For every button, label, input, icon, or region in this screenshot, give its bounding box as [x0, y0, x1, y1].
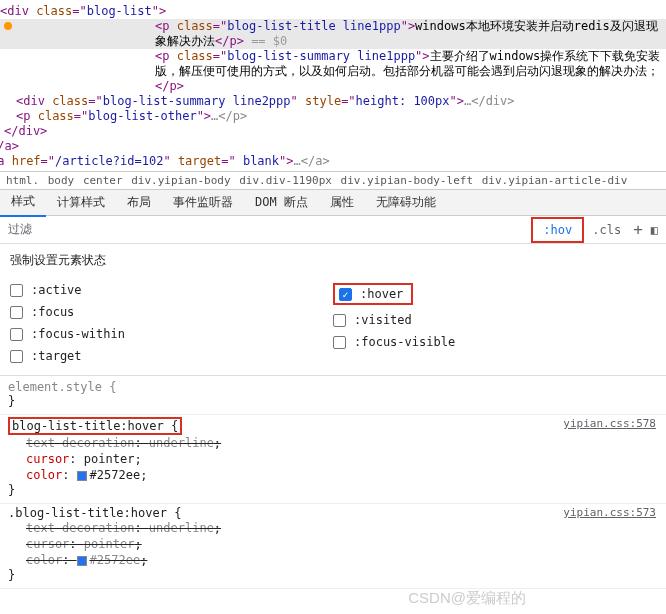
state-hover[interactable]: ✓:hover	[333, 279, 656, 309]
css-prop[interactable]: cursor: pointer;	[8, 451, 658, 467]
dom-node[interactable]: ▶<div class="blog-list-summary line2ppp"…	[0, 94, 666, 109]
checkbox-icon[interactable]	[333, 314, 346, 327]
dom-node[interactable]: ▶<p class="blog-list-other">…</p>	[0, 109, 666, 124]
styles-tabs: 样式 计算样式 布局 事件监听器 DOM 断点 属性 无障碍功能	[0, 189, 666, 216]
css-rule[interactable]: yipian.css:578 blog-list-title:hover { t…	[0, 415, 666, 504]
filter-bar: 过滤 :hov .cls + ◧	[0, 216, 666, 244]
tab-event-listeners[interactable]: 事件监听器	[162, 189, 244, 216]
state-focus-visible[interactable]: :focus-visible	[333, 331, 656, 353]
hov-toggle[interactable]: :hov	[531, 217, 584, 243]
tab-computed[interactable]: 计算样式	[46, 189, 116, 216]
crumb[interactable]: body	[48, 174, 75, 187]
dom-node-selected[interactable]: <p class="blog-list-title line1ppp">wind…	[0, 19, 666, 49]
state-focus[interactable]: :focus	[10, 301, 333, 323]
checkbox-icon[interactable]	[10, 328, 23, 341]
tab-properties[interactable]: 属性	[319, 189, 365, 216]
css-prop-overridden[interactable]: cursor: pointer;	[8, 536, 658, 552]
css-prop-overridden[interactable]: text-decoration: underline;	[8, 520, 658, 536]
expand-icon[interactable]: ▶	[4, 94, 16, 109]
crumb[interactable]: div.yipian-body-left	[341, 174, 473, 187]
css-rule[interactable]: yipian.css:573 .blog-list-title:hover { …	[0, 504, 666, 589]
tab-layout[interactable]: 布局	[116, 189, 162, 216]
breadcrumb[interactable]: html. body center div.yipian-body div.di…	[0, 171, 666, 189]
highlighted-selector[interactable]: blog-list-title:hover {	[8, 417, 182, 435]
dom-node[interactable]: ▶<a href="/article?id=102" target=" blan…	[0, 154, 666, 169]
tab-styles[interactable]: 样式	[0, 188, 46, 217]
css-prop[interactable]: text-decoration: underline;	[8, 435, 658, 451]
checkbox-icon[interactable]	[10, 284, 23, 297]
toggle-sidebar-icon[interactable]: ◧	[649, 223, 666, 237]
color-swatch-icon[interactable]	[77, 556, 87, 566]
cls-toggle[interactable]: .cls	[586, 223, 627, 237]
color-swatch-icon[interactable]	[77, 471, 87, 481]
checkbox-icon[interactable]	[10, 306, 23, 319]
dom-node[interactable]: </a>	[0, 139, 666, 154]
tab-dom-breakpoints[interactable]: DOM 断点	[244, 189, 319, 216]
crumb[interactable]: div.div-1190px	[239, 174, 332, 187]
dom-node[interactable]: ▼<div class="blog-list">	[0, 4, 666, 19]
source-link[interactable]: yipian.css:573	[563, 506, 656, 519]
state-active[interactable]: :active	[10, 279, 333, 301]
crumb[interactable]: div.yipian-article-div	[482, 174, 628, 187]
crumb[interactable]: div.yipian-body	[131, 174, 230, 187]
state-focus-within[interactable]: :focus-within	[10, 323, 333, 345]
css-prop-overridden[interactable]: color: #2572ee;	[8, 552, 658, 568]
force-state-title: 强制设置元素状态	[10, 252, 656, 269]
watermark: CSDN@爱编程的	[408, 589, 526, 608]
crumb[interactable]: center	[83, 174, 123, 187]
source-link[interactable]: yipian.css:578	[563, 417, 656, 430]
state-target[interactable]: :target	[10, 345, 333, 367]
element-style-rule[interactable]: element.style { }	[0, 378, 666, 415]
checkbox-icon[interactable]	[333, 336, 346, 349]
breakpoint-dot-icon	[4, 22, 12, 30]
state-visited[interactable]: :visited	[333, 309, 656, 331]
css-prop[interactable]: color: #2572ee;	[8, 467, 658, 483]
dom-node[interactable]: </div>	[0, 124, 666, 139]
styles-panel[interactable]: element.style { } yipian.css:578 blog-li…	[0, 376, 666, 591]
expand-icon[interactable]: ▶	[4, 109, 16, 124]
tab-accessibility[interactable]: 无障碍功能	[365, 189, 447, 216]
dom-tree[interactable]: ▼<div class="blog-list"> <p class="blog-…	[0, 0, 666, 171]
force-state-section: 强制设置元素状态 :active :focus :focus-within :t…	[0, 244, 666, 376]
filter-input[interactable]: 过滤	[0, 219, 531, 240]
new-style-rule-icon[interactable]: +	[627, 220, 649, 239]
dom-node[interactable]: <p class="blog-list-summary line1ppp">主要…	[0, 49, 666, 94]
checkbox-checked-icon[interactable]: ✓	[339, 288, 352, 301]
checkbox-icon[interactable]	[10, 350, 23, 363]
crumb[interactable]: html.	[6, 174, 39, 187]
